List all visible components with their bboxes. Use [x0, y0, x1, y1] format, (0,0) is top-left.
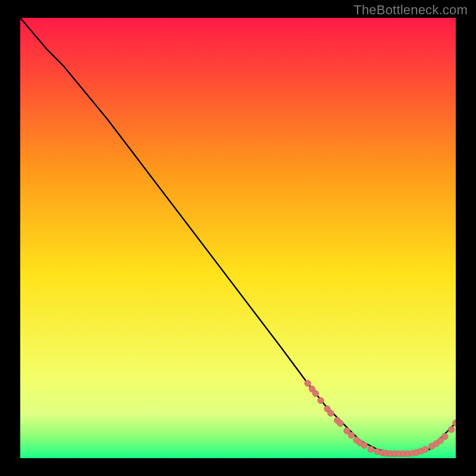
watermark-text: TheBottleneck.com — [353, 2, 468, 18]
data-marker — [361, 442, 367, 448]
chart-svg — [20, 18, 456, 458]
data-marker — [337, 420, 343, 426]
gradient-background — [20, 18, 456, 458]
data-marker — [305, 380, 311, 386]
data-marker — [422, 446, 428, 452]
data-marker — [449, 427, 455, 433]
data-marker — [368, 446, 374, 452]
data-marker — [328, 410, 334, 416]
chart-frame: TheBottleneck.com — [0, 0, 476, 476]
data-marker — [312, 390, 318, 396]
data-marker — [318, 397, 324, 403]
plot-area — [20, 18, 456, 458]
data-marker — [442, 434, 448, 440]
data-marker — [348, 432, 354, 438]
